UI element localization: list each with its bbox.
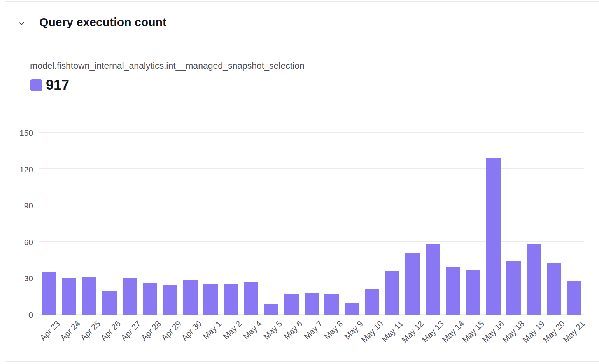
x-axis-tick-label: Apr 26 xyxy=(99,319,123,343)
x-axis-tick-label: May 18 xyxy=(501,319,527,345)
x-axis-tick-label: Apr 23 xyxy=(38,319,62,343)
legend-total-value: 917 xyxy=(46,79,69,91)
bar-apr-29[interactable] xyxy=(163,285,177,315)
x-axis-tick-label: Apr 28 xyxy=(139,319,163,343)
bar-may-14[interactable] xyxy=(446,267,460,315)
x-axis-tick-label: May 6 xyxy=(282,319,304,341)
x-axis-tick-label: May 21 xyxy=(561,319,587,345)
x-axis-tick-label: May 14 xyxy=(440,319,466,345)
series-label: model.fishtown_internal_analytics.int__m… xyxy=(30,61,305,71)
y-axis-tick-label: 60 xyxy=(6,238,33,247)
bar-may-9[interactable] xyxy=(345,303,359,315)
bar-apr-27[interactable] xyxy=(123,278,137,315)
x-axis-tick-label: May 7 xyxy=(302,319,324,341)
x-axis-tick-label: Apr 27 xyxy=(119,319,143,343)
bar-may-18[interactable] xyxy=(506,261,521,315)
card-bottom-divider xyxy=(5,361,599,362)
x-axis-tick-label: Apr 24 xyxy=(58,319,82,343)
bar-may-12[interactable] xyxy=(405,253,420,315)
chevron-down-icon xyxy=(17,19,26,28)
gridline-y-30 xyxy=(39,278,584,278)
x-axis-tick-label: May 2 xyxy=(221,319,243,341)
bar-apr-23[interactable] xyxy=(42,272,56,315)
x-axis-tick-label: May 5 xyxy=(262,319,284,341)
x-axis-tick-label: Apr 30 xyxy=(180,319,203,343)
legend-item[interactable]: 917 xyxy=(30,79,69,92)
y-axis-tick-label: 90 xyxy=(6,201,33,210)
y-axis-tick-label: 0 xyxy=(6,310,33,320)
x-axis-tick-label: May 11 xyxy=(380,319,405,344)
bar-may-21[interactable] xyxy=(567,281,581,315)
bar-may-10[interactable] xyxy=(365,289,379,315)
x-axis-tick-label: May 8 xyxy=(322,319,344,341)
x-axis-tick-label: Apr 29 xyxy=(159,319,183,343)
bar-apr-25[interactable] xyxy=(82,277,96,315)
x-axis-tick-label: May 4 xyxy=(242,319,264,341)
x-axis-tick-label: May 15 xyxy=(461,319,486,345)
card-top-divider xyxy=(5,1,599,2)
x-axis-tick-label: Apr 25 xyxy=(79,319,102,343)
bar-may-16[interactable] xyxy=(486,158,501,315)
x-axis-tick-label: May 16 xyxy=(481,319,506,345)
bar-may-20[interactable] xyxy=(547,262,561,315)
y-axis-tick-label: 30 xyxy=(6,274,33,283)
bar-may-5[interactable] xyxy=(264,304,278,315)
bar-may-19[interactable] xyxy=(527,244,541,315)
bar-may-13[interactable] xyxy=(426,244,440,315)
bar-may-11[interactable] xyxy=(385,271,399,315)
bar-may-15[interactable] xyxy=(466,270,480,315)
x-axis-tick-label: May 20 xyxy=(541,319,567,345)
bar-apr-26[interactable] xyxy=(102,290,117,315)
bar-may-2[interactable] xyxy=(224,284,238,315)
gridline-y-60 xyxy=(39,241,584,242)
gridline-y-150 xyxy=(39,132,584,133)
bar-may-1[interactable] xyxy=(203,284,218,315)
query-execution-count-card: Query execution count model.fishtown_int… xyxy=(0,0,599,364)
bar-chart-plot-area: 0306090120150Apr 23Apr 24Apr 25Apr 26Apr… xyxy=(39,133,584,315)
bar-apr-30[interactable] xyxy=(183,280,198,315)
bar-may-7[interactable] xyxy=(305,293,319,315)
card-header: Query execution count xyxy=(0,16,599,30)
bar-may-4[interactable] xyxy=(244,282,258,315)
x-axis-tick-label: May 19 xyxy=(521,319,546,345)
collapse-section-button[interactable] xyxy=(16,18,26,28)
x-axis-tick-label: May 13 xyxy=(420,319,446,345)
page-title: Query execution count xyxy=(39,16,166,29)
bar-apr-24[interactable] xyxy=(62,278,76,315)
gridline-y-120 xyxy=(39,168,584,169)
y-axis-tick-label: 150 xyxy=(6,128,33,138)
x-axis-tick-label: May 12 xyxy=(400,319,426,345)
x-axis-tick-label: May 1 xyxy=(201,319,223,341)
bar-may-6[interactable] xyxy=(284,294,299,315)
legend-swatch xyxy=(30,79,42,91)
y-axis-tick-label: 120 xyxy=(6,165,33,174)
gridline-y-90 xyxy=(39,205,584,206)
bar-apr-28[interactable] xyxy=(143,283,157,315)
bar-may-8[interactable] xyxy=(324,294,339,315)
x-axis-tick-label: May 10 xyxy=(359,319,385,345)
